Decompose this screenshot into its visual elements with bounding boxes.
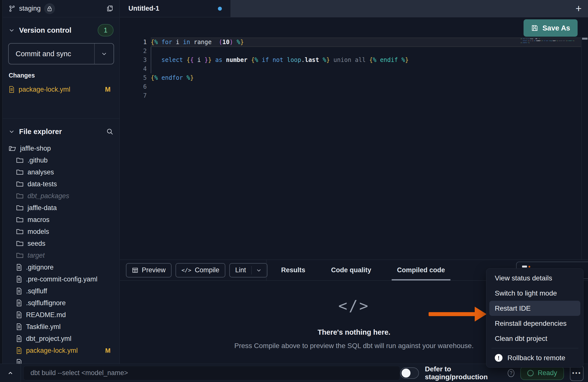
save-icon <box>531 24 538 32</box>
tab-results[interactable]: Results <box>279 260 308 280</box>
code-line-7[interactable] <box>151 91 556 100</box>
line-number-5: 5 <box>120 73 147 82</box>
hidden-icon-fragment <box>522 266 527 268</box>
results-tabs: ResultsCode qualityCompiled code <box>279 260 447 280</box>
git-branch-icon <box>9 5 16 12</box>
file-item-dbt_project.yml[interactable]: dbt_project.yml <box>3 333 119 345</box>
unsaved-changes-dot-icon <box>218 7 222 11</box>
file-item-macros[interactable]: macros <box>3 214 119 226</box>
line-number-6: 6 <box>120 82 147 91</box>
search-icon[interactable] <box>106 128 114 135</box>
expand-panel-button[interactable] <box>0 364 21 382</box>
menu-item-view-status-details[interactable]: View status details <box>489 271 580 286</box>
file-item-README.md[interactable]: README.md <box>3 309 119 321</box>
file-item-label: seeds <box>28 240 45 247</box>
toggle-knob <box>402 369 411 378</box>
file-item-package-lock.yml[interactable]: package-lock.ymlM <box>3 345 119 356</box>
code-line-5[interactable]: {% endfor %} <box>151 73 556 82</box>
code-content[interactable]: {% for i in range (10) %} select {{ i }}… <box>151 38 556 100</box>
version-control-title: Version control <box>19 26 71 34</box>
preview-label: Preview <box>142 266 166 274</box>
modified-badge: M <box>105 86 111 93</box>
chevron-down-icon[interactable] <box>9 27 15 33</box>
menu-item-reinstall-dependencies[interactable]: Reinstall dependencies <box>489 316 580 331</box>
changed-file-package-lock.yml[interactable]: package-lock.yml M <box>9 84 114 95</box>
menu-separator <box>491 348 578 348</box>
menu-item-label: Switch to light mode <box>495 289 557 297</box>
file-item-label: .gitignore <box>26 264 54 271</box>
file-icon <box>16 347 22 354</box>
defer-toggle[interactable] <box>400 367 419 379</box>
file-icon <box>16 300 22 306</box>
file-item-jaffle-shop[interactable]: jaffle-shop <box>3 142 119 154</box>
arrow-shaft <box>429 312 475 316</box>
folder-icon <box>16 217 24 223</box>
menu-item-clean-dbt-project[interactable]: Clean dbt project <box>489 331 580 346</box>
file-tree: jaffle-shop .github analyses data-tests … <box>3 142 119 364</box>
code-line-3[interactable]: select {{ i }} as number {% if not loop.… <box>151 55 556 64</box>
folder-icon <box>16 205 24 211</box>
code-line-4[interactable] <box>151 64 556 73</box>
code-line-1[interactable]: {% for i in range (10) %} <box>151 38 556 47</box>
file-icon <box>16 323 22 330</box>
chevron-down-icon[interactable] <box>101 51 107 57</box>
file-item-label: dbt_packages <box>28 192 69 200</box>
file-item-seeds[interactable]: seeds <box>3 238 119 249</box>
menu-item-switch-to-light-mode[interactable]: Switch to light mode <box>489 286 580 301</box>
compile-button[interactable]: </> Compile <box>176 263 225 277</box>
file-item-label: target <box>28 252 45 259</box>
commit-and-sync-button[interactable]: Commit and sync <box>8 43 114 64</box>
file-item-.sqlfluffignore[interactable]: .sqlfluffignore <box>3 297 119 309</box>
file-item-label: .github <box>28 157 48 164</box>
chevron-down-icon[interactable] <box>251 266 262 274</box>
menu-item-label: Reinstall dependencies <box>495 320 567 327</box>
tab-untitled-1[interactable]: Untitled-1 <box>120 0 231 17</box>
file-item-jaffle-data[interactable]: jaffle-data <box>3 202 119 214</box>
help-icon[interactable]: ? <box>508 369 515 377</box>
copy-branch-icon[interactable] <box>106 5 114 12</box>
file-item-label: data-tests <box>28 180 57 188</box>
code-line-6[interactable] <box>151 82 556 91</box>
folder-icon <box>16 157 24 164</box>
line-number-4: 4 <box>120 64 147 73</box>
line-number-7: 7 <box>120 91 147 100</box>
file-item-label: .pre-commit-config.yaml <box>26 275 97 283</box>
file-item-.sqlfluff[interactable]: .sqlfluff <box>3 285 119 297</box>
editor-tab-bar: Untitled-1 + <box>120 0 588 17</box>
lint-button[interactable]: Lint <box>229 263 268 277</box>
code-editor[interactable]: Save As 1234567 {% for i in range (10) %… <box>120 17 588 260</box>
minimap-line: {% endfor %} <box>521 42 563 44</box>
notification-dot-icon <box>529 266 530 268</box>
code-line-2[interactable] <box>151 47 556 55</box>
sidebar-edge-gutter <box>0 0 2 364</box>
line-number-1: 1 <box>120 38 147 47</box>
file-item-data-tests[interactable]: data-tests <box>3 178 119 190</box>
tab-compiled-code[interactable]: Compiled code <box>395 260 448 280</box>
menu-item-restart-ide[interactable]: Restart IDE <box>489 301 580 316</box>
file-item-clipped[interactable] <box>3 356 119 364</box>
status-pill[interactable]: Ready <box>520 366 564 380</box>
editor-scrollbar[interactable] <box>581 37 588 260</box>
folder-icon <box>9 145 16 152</box>
file-item-.github[interactable]: .github <box>3 154 119 166</box>
file-item-label: .sqlfluffignore <box>26 299 66 307</box>
file-icon <box>16 335 22 342</box>
file-item-label: package-lock.yml <box>26 347 78 355</box>
preview-button[interactable]: Preview <box>126 263 172 277</box>
file-item-dbt_packages[interactable]: dbt_packages <box>3 190 119 202</box>
save-as-button[interactable]: Save As <box>524 19 578 37</box>
scrollbar-thumb[interactable] <box>582 38 588 40</box>
changes-heading: Changes <box>9 72 114 79</box>
file-item-analyses[interactable]: analyses <box>3 166 119 178</box>
file-item-target[interactable]: target <box>3 249 119 261</box>
file-item-Taskfile.yml[interactable]: Taskfile.yml <box>3 321 119 333</box>
new-tab-button[interactable]: + <box>569 0 588 17</box>
menu-item-label: View status details <box>495 274 552 282</box>
menu-item-rollback-to-remote[interactable]: !Rollback to remote <box>489 350 580 365</box>
command-input[interactable]: dbt build --select <model_name> <box>23 366 400 380</box>
chevron-down-icon[interactable] <box>9 129 15 135</box>
file-item-models[interactable]: models <box>3 226 119 238</box>
tab-code-quality[interactable]: Code quality <box>329 260 374 280</box>
file-item-.gitignore[interactable]: .gitignore <box>3 261 119 273</box>
file-item-.pre-commit-config.yaml[interactable]: .pre-commit-config.yaml <box>3 273 119 285</box>
